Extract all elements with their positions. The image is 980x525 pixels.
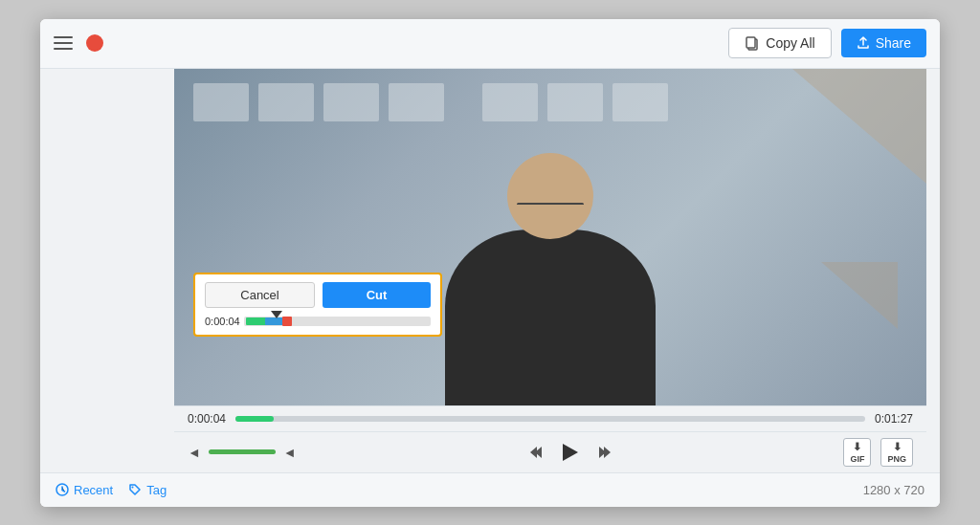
step-back-icon	[530, 445, 546, 460]
sidebar-strip	[40, 69, 174, 472]
export-png-button[interactable]: ⬇ PNG	[880, 438, 913, 467]
svg-marker-3	[530, 447, 537, 458]
svg-point-7	[132, 487, 134, 489]
play-button[interactable]	[563, 444, 578, 461]
wall-panel	[193, 83, 249, 121]
wall-panel	[258, 83, 314, 121]
cut-dialog: Cancel Cut 0:00:04	[193, 273, 442, 337]
toolbar-left	[54, 34, 103, 52]
wall-panel	[323, 83, 379, 121]
download-png-icon: ⬇	[893, 441, 902, 453]
progress-track[interactable]	[235, 416, 865, 422]
video-frame: Cancel Cut 0:00:04	[174, 69, 926, 405]
volume-back-button[interactable]: ◄	[188, 445, 201, 460]
volume-end-button[interactable]: ◄	[283, 445, 297, 460]
share-button[interactable]: Share	[841, 29, 926, 57]
volume-bar[interactable]	[209, 449, 276, 454]
record-indicator	[86, 34, 103, 52]
main-content: Cancel Cut 0:00:04	[40, 69, 940, 472]
playback-timeline: 0:00:04 0:01:27	[174, 405, 926, 431]
menu-icon[interactable]	[54, 36, 73, 50]
gif-label: GIF	[850, 454, 864, 464]
tag-item[interactable]: Tag	[128, 483, 167, 497]
person-head	[507, 153, 593, 239]
wall-panel	[547, 83, 603, 121]
playback-buttons	[530, 444, 611, 461]
wall-panel	[482, 83, 538, 121]
dimensions-display: 1280 x 720	[863, 483, 924, 497]
cancel-button[interactable]: Cancel	[205, 282, 315, 308]
step-back-button[interactable]	[530, 445, 546, 460]
triangle-decoration-2	[821, 262, 898, 329]
png-label: PNG	[887, 454, 906, 464]
person-body	[445, 230, 656, 405]
play-icon	[563, 444, 578, 461]
right-strip	[926, 69, 940, 472]
toolbar-right: Copy All Share	[728, 28, 926, 58]
status-bar: Recent Tag 1280 x 720	[40, 472, 940, 507]
playback-controls: ◄ ◄	[174, 431, 926, 472]
cut-dialog-buttons: Cancel Cut	[205, 282, 431, 308]
timeline-mini: 0:00:04	[205, 316, 431, 327]
copy-all-button[interactable]: Copy All	[728, 28, 831, 58]
video-dimensions: 1280 x 720	[863, 483, 924, 497]
recent-label: Recent	[74, 483, 113, 497]
recent-item[interactable]: Recent	[56, 483, 113, 497]
share-label: Share	[876, 35, 911, 51]
tag-icon	[128, 483, 142, 496]
current-time: 0:00:04	[188, 412, 226, 426]
mini-green-bar	[246, 317, 267, 325]
mini-track	[244, 317, 431, 326]
copy-icon	[745, 35, 760, 51]
cut-button[interactable]: Cut	[323, 282, 431, 308]
mini-blue-section	[265, 317, 284, 325]
svg-rect-1	[746, 37, 755, 48]
step-forward-button[interactable]	[595, 445, 611, 460]
video-area: Cancel Cut 0:00:04	[174, 69, 926, 472]
app-window: Copy All Share	[40, 19, 940, 507]
status-left: Recent Tag	[56, 483, 167, 497]
share-icon	[857, 36, 870, 50]
wall-panel	[612, 83, 668, 121]
step-forward-icon	[595, 445, 611, 460]
copy-all-label: Copy All	[766, 35, 814, 51]
tag-label: Tag	[146, 483, 167, 497]
progress-filled	[235, 416, 273, 422]
toolbar: Copy All Share	[40, 19, 940, 69]
volume-controls: ◄ ◄	[188, 445, 297, 460]
total-time: 0:01:27	[875, 412, 913, 426]
cut-time-start: 0:00:04	[205, 316, 240, 327]
wall-panels	[193, 83, 917, 121]
wall-panel	[389, 83, 444, 121]
export-buttons: ⬇ GIF ⬇ PNG	[843, 438, 913, 467]
download-gif-icon: ⬇	[853, 441, 861, 453]
mini-red-marker	[282, 317, 292, 326]
export-gif-button[interactable]: ⬇ GIF	[843, 438, 871, 467]
svg-marker-5	[604, 447, 611, 458]
clock-icon	[56, 483, 69, 496]
person-figure	[416, 153, 684, 405]
